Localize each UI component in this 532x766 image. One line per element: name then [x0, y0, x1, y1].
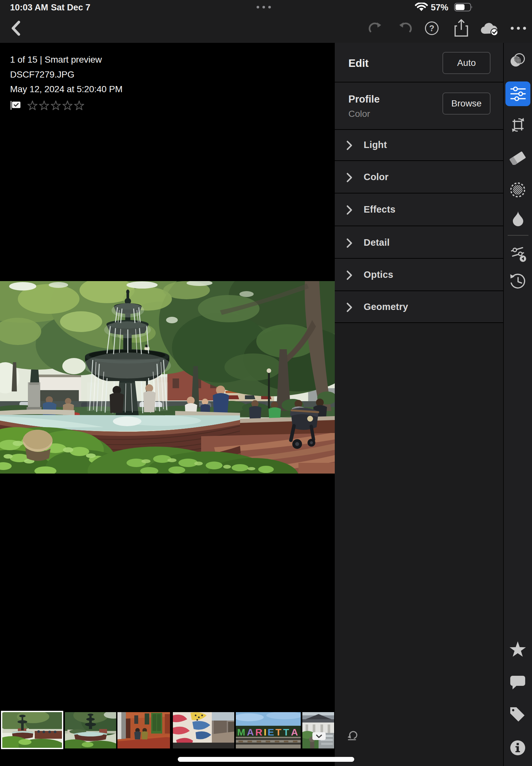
svg-text:R: R: [255, 727, 262, 737]
svg-text:T: T: [283, 727, 289, 737]
svg-text:E: E: [268, 727, 274, 737]
svg-text:A: A: [247, 727, 254, 737]
svg-text:T: T: [275, 727, 281, 737]
svg-text:M: M: [237, 727, 245, 737]
svg-text:A: A: [291, 727, 298, 737]
svg-text:I: I: [264, 727, 266, 737]
svg-text:?: ?: [429, 23, 434, 33]
